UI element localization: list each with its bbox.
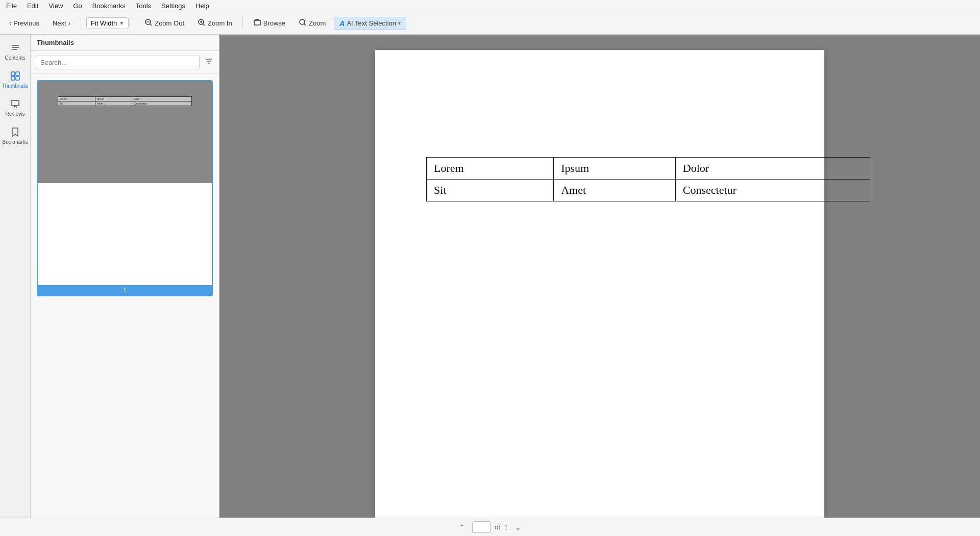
sidebar-item-bookmarks[interactable]: Bookmarks [2, 123, 29, 149]
fit-width-label: Fit Width [91, 19, 117, 27]
previous-icon: ‹ [9, 19, 11, 27]
text-selection-button[interactable]: A AI Text Selection ▾ [334, 17, 406, 30]
browse-icon [253, 18, 261, 28]
previous-button[interactable]: ‹ Previous [4, 17, 44, 29]
thumbnail-preview: LoremIpsumDolor SitAmetConsectetur [38, 81, 212, 183]
table-cell: Ipsum [554, 158, 676, 180]
browse-button[interactable]: Browse [248, 16, 290, 30]
fit-width-select[interactable]: Fit Width ▼ [86, 17, 129, 29]
browse-label: Browse [263, 19, 285, 27]
previous-label: Previous [13, 19, 39, 27]
table-row: Sit Amet Consectetur [427, 180, 870, 201]
separator-2 [134, 17, 134, 30]
svg-rect-15 [16, 76, 19, 80]
thumbnail-white-area [38, 183, 212, 285]
total-pages-label: 1 [504, 523, 508, 531]
svg-rect-14 [11, 76, 15, 80]
menu-bookmarks[interactable]: Bookmarks [88, 1, 130, 11]
svg-line-8 [304, 24, 306, 26]
sidebar-icons: Contents Thumbnails Reviews Bookmarks [0, 35, 31, 536]
zoom-tool-button[interactable]: Zoom [293, 16, 331, 30]
reviews-icon [10, 99, 20, 109]
menu-file[interactable]: File [2, 1, 21, 11]
table-row: Lorem Ipsum Dolor [427, 158, 870, 180]
table-cell: Sit [427, 180, 554, 201]
menu-go[interactable]: Go [69, 1, 86, 11]
menubar: File Edit View Go Bookmarks Tools Settin… [0, 0, 980, 12]
bottom-bar: ⌃ 1 of 1 ⌄ [0, 518, 980, 536]
next-label: Next [53, 19, 66, 27]
separator-3 [242, 17, 243, 30]
next-icon: › [68, 19, 70, 27]
sidebar-item-contents[interactable]: Contents [2, 39, 29, 65]
toolbar: ‹ Previous Next › Fit Width ▼ Zoom Out [0, 12, 980, 35]
sidebar-item-thumbnails[interactable]: Thumbnails [2, 67, 29, 93]
zoom-out-button[interactable]: Zoom Out [139, 16, 189, 30]
table-cell: Lorem [427, 158, 554, 180]
sidebar-item-label-thumbnails: Thumbnails [2, 83, 29, 89]
thumbnails-icon [10, 71, 20, 81]
svg-rect-13 [16, 72, 19, 75]
contents-icon [10, 43, 20, 53]
zoom-tool-label: Zoom [309, 19, 326, 27]
svg-rect-12 [11, 72, 15, 75]
svg-line-1 [150, 24, 152, 26]
next-button[interactable]: Next › [47, 17, 76, 29]
menu-view[interactable]: View [44, 1, 67, 11]
page-up-button[interactable]: ⌃ [456, 521, 468, 533]
thumbnail-table: LoremIpsumDolor SitAmetConsectetur [58, 96, 192, 106]
thumbnails-title: Thumbnails [31, 35, 219, 51]
zoom-out-icon [144, 18, 153, 28]
menu-help[interactable]: Help [191, 1, 213, 11]
menu-settings[interactable]: Settings [157, 1, 189, 11]
menu-edit[interactable]: Edit [23, 1, 42, 11]
zoom-in-icon [198, 18, 206, 28]
menu-tools[interactable]: Tools [132, 1, 155, 11]
filter-icon [205, 57, 213, 65]
thumbnails-search-row [31, 51, 219, 74]
separator-1 [81, 17, 81, 30]
main-layout: Contents Thumbnails Reviews Bookmarks [0, 35, 980, 536]
table-cell: Amet [554, 180, 676, 201]
pdf-viewer[interactable]: Lorem Ipsum Dolor Sit Amet Consectetur [219, 35, 980, 536]
chevron-down-icon: ▼ [119, 20, 124, 26]
text-selection-chevron-icon: ▾ [398, 20, 401, 26]
zoom-tool-icon [299, 18, 307, 28]
page-number-input[interactable]: 1 [472, 521, 491, 533]
sidebar-item-reviews[interactable]: Reviews [2, 95, 29, 121]
sidebar-item-label-bookmarks: Bookmarks [3, 139, 28, 145]
text-selection-label: AI Text Selection [347, 19, 396, 27]
page-down-button[interactable]: ⌄ [512, 521, 524, 533]
sidebar-item-label-reviews: Reviews [6, 111, 25, 117]
pdf-content-table: Lorem Ipsum Dolor Sit Amet Consectetur [426, 157, 870, 201]
thumbnail-page-1[interactable]: LoremIpsumDolor SitAmetConsectetur 1 [37, 80, 213, 296]
filter-button[interactable] [203, 55, 215, 69]
pdf-page: Lorem Ipsum Dolor Sit Amet Consectetur [375, 50, 824, 536]
thumbnails-panel: Thumbnails LoremIpsumDolor [31, 35, 219, 536]
zoom-in-button[interactable]: Zoom In [192, 16, 237, 30]
page-of-label: of [495, 523, 500, 531]
sidebar-item-label-contents: Contents [5, 55, 25, 61]
thumbnail-page-number: 1 [38, 285, 212, 295]
zoom-in-label: Zoom In [208, 19, 232, 27]
thumbnails-content: LoremIpsumDolor SitAmetConsectetur 1 [31, 74, 219, 536]
table-cell: Consectetur [675, 180, 870, 201]
svg-line-4 [203, 24, 205, 26]
text-selection-icon: A [339, 19, 345, 28]
bookmarks-icon [10, 127, 20, 137]
zoom-out-label: Zoom Out [155, 19, 184, 27]
table-cell: Dolor [675, 158, 870, 180]
search-input[interactable] [35, 56, 200, 69]
